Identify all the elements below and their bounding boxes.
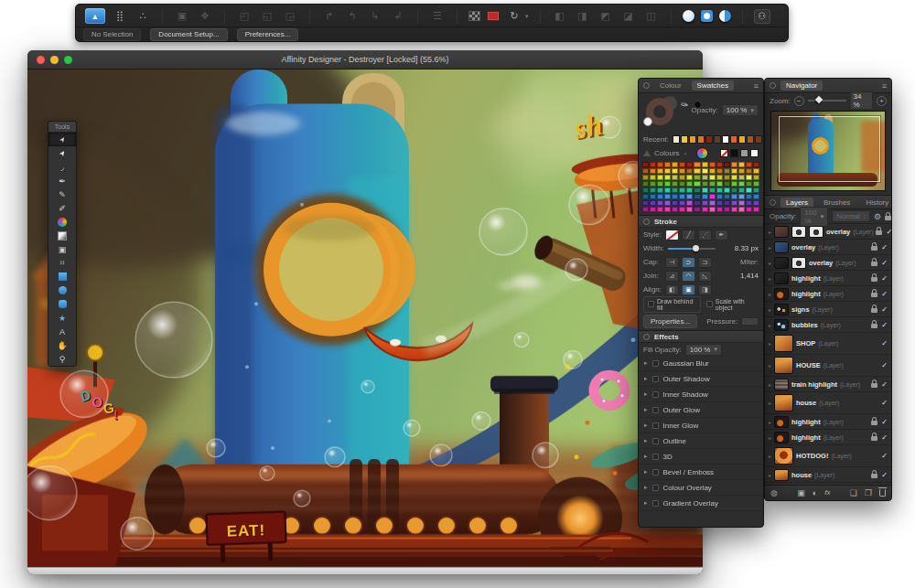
ellipse-tool[interactable] [48,283,76,297]
palette-swatch[interactable] [738,168,745,174]
palette-swatch[interactable] [694,168,700,174]
mask-layer-icon[interactable]: ▣ [797,489,805,497]
layer-lock-icon[interactable] [871,308,877,313]
palette-swatch[interactable] [746,162,752,167]
palette-swatch[interactable] [650,200,656,206]
palette-swatch[interactable] [664,168,671,174]
width-slider[interactable] [668,248,716,250]
layer-visible-check-icon[interactable]: ✓ [881,361,888,369]
navigator-collapse-icon[interactable] [770,82,776,89]
navigator-thumbnail[interactable] [770,111,886,191]
layer-lock-icon[interactable] [871,383,877,388]
cap-option-button[interactable]: ⊐ [698,257,712,268]
layer-disclosure-icon[interactable]: ▸ [769,275,771,282]
recent-swatch[interactable] [747,135,754,144]
effect-row[interactable]: ▸Gaussian Blur [639,356,763,371]
align-option-button[interactable]: ◧ [665,284,679,295]
palette-swatch[interactable] [672,187,678,193]
palette-swatch[interactable] [657,194,663,199]
vector-brush-tool[interactable]: ✐ [48,201,76,215]
layer-lock-icon[interactable] [871,436,877,441]
stroke-solid-button[interactable]: ╱ [682,230,695,241]
effect-row[interactable]: ▸Gradient Overlay [639,496,763,511]
effect-row[interactable]: ▸Bevel / Emboss [639,465,763,480]
star-tool[interactable]: ★ [48,311,76,325]
snapping-grid-icon[interactable] [468,11,480,21]
layer-visible-check-icon[interactable]: ✓ [886,228,892,236]
palette-swatch[interactable] [664,181,671,187]
palette-swatch[interactable] [738,194,745,199]
black-swatch[interactable] [730,149,738,157]
layer-lock-icon[interactable] [871,246,877,251]
palette-swatch[interactable] [709,168,716,174]
recent-swatch[interactable] [755,135,762,144]
fill-tool[interactable] [48,215,76,229]
tab-layers[interactable]: Layers [780,198,813,208]
palette-swatch[interactable] [716,207,723,212]
layer-thumbnail[interactable] [774,447,793,465]
layer-row[interactable]: ▸train highlight(Layer)✓ [765,377,891,392]
palette-swatch[interactable] [709,207,716,212]
palette-swatch[interactable] [731,162,737,167]
palette-swatch[interactable] [709,162,716,167]
layer-disclosure-icon[interactable]: ▸ [769,322,771,328]
layer-thumbnail[interactable] [774,273,789,284]
delete-layer-icon[interactable] [879,489,886,497]
recent-swatch[interactable] [673,135,680,144]
palette-swatch[interactable] [650,168,656,174]
panel-menu-icon[interactable]: ≡ [754,81,759,91]
recent-swatch[interactable] [722,135,729,144]
layer-thumbnail[interactable] [774,357,793,374]
effect-row[interactable]: ▸Outer Shadow [639,371,763,387]
layer-disclosure-icon[interactable]: ▸ [769,229,771,235]
layer-visible-check-icon[interactable]: ✓ [881,433,888,442]
palette-swatch[interactable] [686,200,693,206]
palette-swatch[interactable] [657,162,663,167]
disclosure-icon[interactable]: ▸ [644,468,648,476]
layer-thumbnail[interactable] [774,319,789,331]
zoom-slider[interactable] [808,100,846,102]
layers-opacity-dropdown[interactable]: 100 %▾ [800,207,828,227]
place-icon[interactable]: ▣ [174,9,190,24]
palette-swatch[interactable] [672,200,678,206]
palette-swatch[interactable] [753,194,759,199]
zoom-button[interactable] [64,56,72,64]
effect-checkbox[interactable] [652,360,659,367]
effects-collapse-icon[interactable] [643,334,650,340]
palette-swatch[interactable] [650,181,656,187]
tab-brushes[interactable]: Brushes [818,198,856,208]
effect-checkbox[interactable] [652,407,659,413]
palette-swatch[interactable] [731,175,737,180]
palette-swatch[interactable] [686,168,693,174]
layer-visible-check-icon[interactable]: ✓ [881,305,888,314]
layer-lock-icon[interactable] [871,474,877,478]
layer-row[interactable]: ▸HOTDOG!(Layer)✓ [765,445,891,467]
layer-thumbnail[interactable] [774,432,789,444]
tab-history[interactable]: History [860,198,894,208]
stroke-brush-button[interactable]: ✒ [715,230,728,241]
palette-swatch[interactable] [642,175,649,180]
palette-swatch[interactable] [709,175,716,180]
layer-visible-check-icon[interactable]: ✓ [881,243,888,251]
palette-swatch[interactable] [650,187,656,193]
palette-swatch[interactable] [716,168,723,174]
rectangle-tool[interactable] [48,270,76,283]
palette-swatch[interactable] [702,162,708,167]
palette-swatch[interactable] [657,200,663,206]
layer-visible-check-icon[interactable]: ✓ [881,380,888,389]
zoom-tool[interactable]: ⚲ [48,352,76,366]
palette-swatch[interactable] [650,175,656,180]
recent-swatch[interactable] [730,135,737,144]
palette-swatch[interactable] [657,187,663,193]
palette-swatch[interactable] [702,207,708,212]
layer-visible-check-icon[interactable]: ✓ [881,339,888,347]
palette-swatch[interactable] [694,187,700,193]
palette-swatch[interactable] [642,168,649,174]
order-back-icon[interactable]: ↲ [390,9,406,24]
assistant-icon[interactable]: ⚇ [754,9,770,24]
disclosure-icon[interactable]: ▸ [644,437,648,444]
insert-behind-icon[interactable] [719,10,731,22]
align-option-button[interactable]: ◨ [698,284,712,295]
disclosure-icon[interactable]: ▸ [644,375,648,382]
layer-row[interactable]: ▸overlay(Layer)✓ [765,255,891,271]
